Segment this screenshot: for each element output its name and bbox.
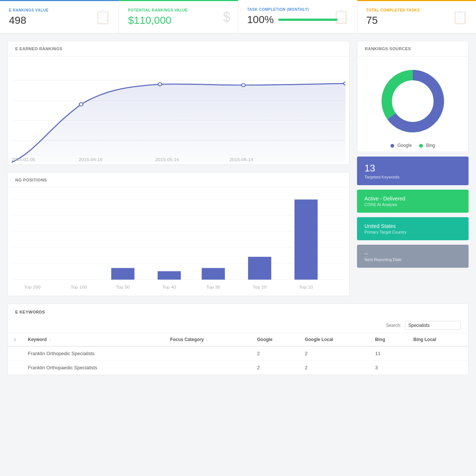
svg-point-4 [79,103,83,106]
svg-text:Top 30: Top 30 [206,284,221,289]
row1-bing: 11 [369,346,408,361]
earned-rankings-title: E EARNED RANKINGS [8,41,349,57]
keywords-table-header-row: ↕ Keyword ↕ Focus Category ↕ Google [8,333,468,346]
united-states-title: United States [364,223,461,229]
google-legend: Google [390,143,412,148]
row2-google: 2 [251,361,299,375]
metric-potential-value: $110,000 [128,15,229,26]
left-column: E EARNED RANKINGS [7,41,350,296]
progress-bar-wrap [278,19,338,21]
next-reporting-card: -- Next Reporting Date [357,245,469,268]
bar-chart-body: Top 200 Top 100 Top 50 Top 40 Top 30 Top… [8,188,349,296]
active-delivered-card: Active - Delivered CORE AI Analysis [357,190,469,213]
svg-text:2015-01-05: 2015-01-05 [12,157,35,162]
google-dot [390,144,394,148]
active-delivered-title: Active - Delivered [364,196,461,202]
row2-keyword: Franklin Orthopaedic Specialists [22,361,164,375]
row1-keyword: Franklin Orthopedic Specialists [22,346,164,361]
next-reporting-title: -- [364,251,461,257]
metric-task-completion: TASK COMPLETION (MONTHLY) 100% 📋 [238,0,357,33]
col-bing-label: Bing [375,337,385,342]
task-pct-value: 100% [247,14,274,26]
metrics-bar: E RANKINGS VALUE 498 📋 POTENTIAL RANKING… [0,0,476,33]
keyword-sort-arrows: ↕ [49,338,51,342]
clipboard-icon: 📋 [333,9,350,25]
row2-google-local: 2 [299,361,369,375]
dollar-icon: $ [223,9,230,25]
svg-rect-22 [202,268,225,280]
dashboard: E RANKINGS VALUE 498 📋 POTENTIAL RANKING… [0,0,476,476]
table-row: Franklin Orthopaedic Specialists 2 2 3 [8,361,468,375]
metric-potential-label: POTENTIAL RANKINGS VALUE [128,8,229,12]
col-bing[interactable]: Bing [369,333,408,346]
bing-label: Bing [426,143,435,148]
row2-index [8,361,22,375]
ranking-positions-title: NG POSITIONS [8,173,349,188]
row1-bing-local [408,346,468,361]
search-input[interactable] [405,321,461,330]
svg-rect-20 [111,268,134,280]
row2-bing-local [408,361,468,375]
col-google-local-label: Google Local [305,337,333,342]
google-label: Google [398,143,412,148]
svg-text:2015-04-16: 2015-04-16 [79,157,103,162]
col-google-local[interactable]: Google Local [299,333,369,346]
row1-index [8,346,22,361]
col-focus-category[interactable]: Focus Category ↕ [164,333,251,346]
col-bing-local[interactable]: Bing Local [408,333,468,346]
united-states-desc: Primary Target Country [364,230,461,234]
rankings-sources-panel: RANKINGS SOURCES Google [357,41,469,152]
line-chart-container: 2015-01-05 2015-04-16 2015-05-14 2015-06… [12,60,345,164]
row1-focus-category [164,346,251,361]
row1-google: 2 [251,346,299,361]
svg-text:Top 10: Top 10 [299,284,313,289]
col-focus-label: Focus Category [170,337,204,342]
main-content: E EARNED RANKINGS [0,33,476,303]
col-google[interactable]: Google [251,333,299,346]
keywords-table: ↕ Keyword ↕ Focus Category ↕ Google [8,333,468,375]
table-toolbar: Search: [8,318,468,333]
targeted-keywords-num: 13 [364,163,461,174]
donut-legend: Google Bing [390,143,435,148]
tasks-icon: 📋 [452,9,469,25]
earned-rankings-panel: E EARNED RANKINGS [7,41,350,165]
bing-legend: Bing [419,143,435,148]
metric-earned-rankings: E RANKINGS VALUE 498 📋 [0,0,119,33]
svg-text:2015-06-14: 2015-06-14 [229,157,253,162]
line-chart-svg: 2015-01-05 2015-04-16 2015-05-14 2015-06… [12,60,345,164]
col-bing-local-label: Bing Local [414,337,436,342]
progress-bar-fill [278,19,338,21]
svg-text:Top 20: Top 20 [253,284,267,289]
sort-icon: ↕ [14,337,16,342]
keywords-table-head: ↕ Keyword ↕ Focus Category ↕ Google [8,333,468,346]
keywords-title: E KEYWORDS [8,304,468,318]
svg-point-7 [344,82,345,85]
rankings-sources-title: RANKINGS SOURCES [357,41,468,57]
svg-text:Top 50: Top 50 [116,284,130,289]
svg-rect-23 [248,257,271,280]
ranking-positions-panel: NG POSITIONS [7,172,350,296]
next-reporting-desc: Next Reporting Date [364,257,461,262]
col-google-label: Google [257,337,272,342]
col-keyword[interactable]: Keyword ↕ [22,333,164,346]
svg-text:Top 200: Top 200 [24,284,41,289]
svg-rect-21 [158,271,181,280]
search-label: Search: [386,323,401,328]
row2-focus-category [164,361,251,375]
line-chart-body: 2015-01-05 2015-04-16 2015-05-14 2015-06… [8,57,349,164]
focus-sort-arrows: ↕ [206,338,208,342]
svg-text:Top 40: Top 40 [162,284,176,289]
table-row: Franklin Orthopedic Specialists 2 2 11 [8,346,468,361]
keywords-table-body: Franklin Orthopedic Specialists 2 2 11 F… [8,346,468,375]
col-index[interactable]: ↕ [8,333,22,346]
svg-point-6 [242,83,245,87]
bar-chart-svg: Top 200 Top 100 Top 50 Top 40 Top 30 Top… [12,192,345,296]
active-delivered-desc: CORE AI Analysis [364,202,461,207]
row2-bing: 3 [369,361,408,375]
united-states-card: United States Primary Target Country [357,217,469,240]
svg-point-5 [158,83,162,86]
bar-chart-container: Top 200 Top 100 Top 50 Top 40 Top 30 Top… [12,192,345,296]
svg-text:Top 100: Top 100 [71,284,87,289]
svg-rect-24 [295,200,318,280]
bing-dot [419,144,423,148]
